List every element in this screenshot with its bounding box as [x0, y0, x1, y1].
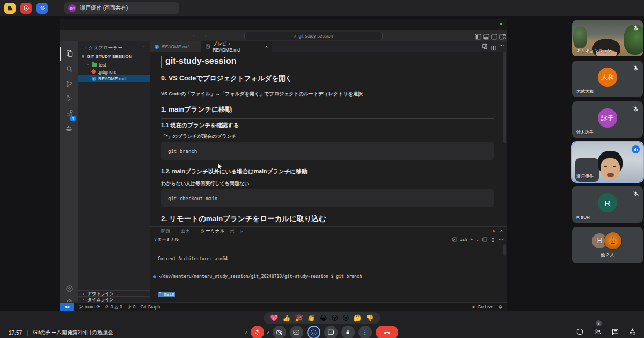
record-app-icon[interactable] [20, 3, 32, 14]
vscode-window: ← → ⌕ git-study-session 1 ⚙1 エクスプローラー ⋯ [60, 19, 507, 311]
participant-tile-video[interactable]: キムギョンジュン [572, 20, 643, 56]
camera-off-button[interactable] [273, 326, 286, 338]
bell-icon [498, 304, 503, 310]
panel-tab-problems[interactable]: 問題 [161, 227, 171, 236]
participant-name: 瀬戸優作 [576, 173, 594, 179]
new-terminal-icon[interactable]: + [470, 237, 473, 242]
mic-options-chevron-icon[interactable]: ∧ [245, 330, 248, 335]
status-bar: >< main ⟳ ⊘ 0 △ 0 0 Git Graph Go Live [60, 302, 507, 311]
presenter-pill[interactable]: 優作 瀬戸優作 (画面共有) [64, 2, 179, 14]
raise-hand-button[interactable] [341, 326, 355, 338]
mic-mute-button[interactable] [251, 326, 264, 338]
editor-more-icon[interactable]: ⋯ [499, 42, 504, 48]
participant-tile-yamato[interactable]: 大和 末武大和 [572, 61, 643, 97]
search-sidebar-icon[interactable] [60, 62, 78, 76]
reactions-button[interactable] [307, 326, 320, 338]
terminal-scrollbar[interactable] [503, 244, 506, 256]
ports-status-item[interactable]: 0 [127, 304, 136, 310]
extensions-icon[interactable]: 1 [60, 106, 78, 120]
chevron-down-icon[interactable]: ∨ [153, 237, 157, 242]
tab-readme[interactable]: i README.md [150, 41, 201, 52]
preview-code-1[interactable]: git branch [161, 142, 494, 160]
reaction-laugh[interactable]: 😂 [319, 314, 327, 322]
folder-icon [92, 63, 97, 67]
editor-scrollbar[interactable] [503, 52, 506, 143]
terminal-more-icon[interactable]: ⋯ [499, 237, 503, 242]
reaction-party[interactable]: 🎉 [295, 314, 303, 322]
notes-app-icon[interactable] [4, 3, 16, 14]
participant-name: キムギョンジュン [576, 48, 612, 54]
participant-name: R SUH [576, 215, 590, 220]
participant-tile-rsuh[interactable]: R R SUH [572, 186, 643, 223]
reaction-thumbs-down[interactable]: 👎 [366, 314, 374, 322]
search-value: git-study-session [298, 33, 333, 39]
end-call-button[interactable] [376, 326, 398, 338]
source-control-icon[interactable] [60, 77, 78, 91]
tree-item-gitignore[interactable]: .gitignore [78, 68, 150, 75]
go-live-status-item[interactable]: Go Live [471, 304, 493, 310]
git-graph-status-item[interactable]: Git Graph [140, 304, 160, 310]
pumpkin-avatar: 🎃 [604, 232, 621, 249]
reaction-thumbs-up[interactable]: 👍 [283, 314, 291, 322]
info-button[interactable] [576, 328, 584, 338]
kill-terminal-icon[interactable] [491, 237, 495, 243]
preview-h3-12: 1.2. mainブランチ以外にいる場合はmainブランチに移動 [161, 168, 307, 175]
preview-code-2[interactable]: git checkout main [161, 189, 494, 207]
notifications-bell[interactable] [498, 304, 503, 310]
panel-tab-output[interactable]: 出力 [181, 227, 191, 236]
tree-item-readme-selected[interactable]: i README.md [78, 75, 150, 82]
camera-options-chevron-icon[interactable]: ∧ [267, 330, 270, 335]
layout-panel-left-icon[interactable] [475, 32, 481, 42]
more-vertical-icon: ⋮ [362, 329, 368, 336]
participant-tile-others[interactable]: H 🎃 他 2 人 [572, 227, 643, 263]
edit-app-icon[interactable] [36, 3, 48, 14]
tab-close-icon[interactable]: × [265, 44, 268, 49]
panel-close-icon[interactable]: × [500, 228, 503, 233]
layout-panel-bottom-icon[interactable] [483, 32, 489, 42]
nav-back-icon[interactable]: ← [192, 32, 198, 38]
tree-root[interactable]: ∨ GIT-STUDY-SESSION [78, 53, 150, 60]
timeline-section[interactable]: › タイムライン [78, 296, 150, 302]
terminal-section-label: ターミナル [157, 237, 179, 243]
panel-tab-ports[interactable]: ポート [230, 227, 244, 236]
docker-icon[interactable] [60, 121, 78, 135]
layout-customize-icon[interactable] [499, 32, 506, 42]
command-center-search[interactable]: ⌕ git-study-session [244, 32, 383, 40]
run-debug-icon[interactable] [60, 91, 78, 105]
problems-status-item[interactable]: ⊘ 0 △ 0 [105, 304, 122, 310]
layout-panel-right-icon[interactable] [491, 32, 497, 42]
nav-forward-icon[interactable]: → [202, 32, 208, 38]
avatar: 大和 [598, 68, 617, 87]
reaction-thinking[interactable]: 🤔 [354, 314, 362, 322]
remote-indicator[interactable]: >< [60, 303, 74, 311]
tab-preview-readme[interactable]: プレビュー README.md × [201, 41, 272, 52]
panel-maximize-icon[interactable]: ∧ [492, 229, 495, 233]
tree-item-test[interactable]: › test [78, 61, 150, 68]
participant-count-badge: 8 [596, 320, 602, 326]
open-changes-icon[interactable] [482, 43, 488, 50]
account-icon[interactable] [60, 282, 78, 296]
terminal-line: * main [153, 291, 502, 297]
captions-button[interactable] [290, 326, 303, 338]
chat-button[interactable] [611, 328, 619, 338]
branch-status-item[interactable]: main ⟳ [79, 304, 100, 310]
split-terminal-icon[interactable] [482, 237, 487, 242]
present-button[interactable] [324, 326, 338, 338]
reaction-heart[interactable]: 💖 [270, 314, 279, 322]
explorer-icon[interactable] [60, 47, 78, 61]
more-options-button[interactable]: ⋮ [358, 326, 372, 338]
terminal-dropdown-icon[interactable]: ⌄ [476, 238, 479, 242]
explorer-more-icon[interactable]: ⋯ [141, 44, 146, 49]
participant-tile-eiko[interactable]: 詠子 鈴木詠子 [572, 101, 643, 138]
reaction-surprised[interactable]: 😮 [331, 314, 338, 322]
people-button[interactable] [593, 328, 602, 338]
error-count: 0 [111, 304, 113, 310]
activities-button[interactable] [628, 328, 636, 338]
participant-tile-speaker[interactable]: 瀬戸優作 [572, 142, 643, 182]
reaction-clap[interactable]: 👏 [307, 314, 315, 322]
search-icon: ⌕ [294, 33, 297, 39]
markdown-preview-icon [206, 44, 210, 49]
outline-section[interactable]: › アウトライン [78, 290, 150, 296]
panel-tab-terminal[interactable]: ターミナル [201, 227, 225, 236]
reaction-cry[interactable]: 😢 [342, 314, 349, 322]
